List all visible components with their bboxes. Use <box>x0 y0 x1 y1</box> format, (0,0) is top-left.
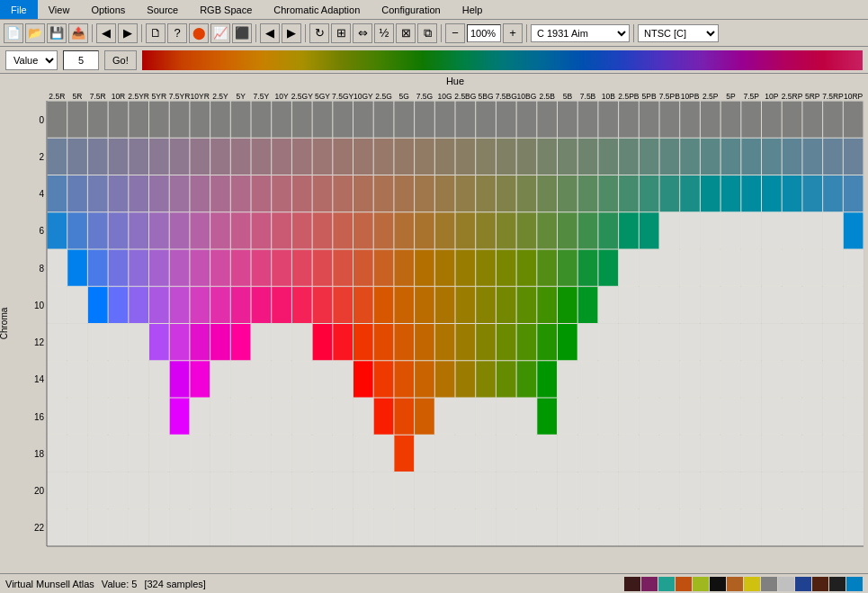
sep1 <box>92 24 93 42</box>
prev-button[interactable]: ◀ <box>260 23 280 43</box>
sep3 <box>255 24 256 42</box>
swatch-row <box>624 577 863 591</box>
layers-button[interactable]: ⧉ <box>417 23 437 43</box>
graph-button[interactable]: 📈 <box>210 23 230 43</box>
color-button[interactable]: ⬤ <box>189 23 209 43</box>
swatch-12 <box>812 577 828 591</box>
grid-button[interactable]: ⊞ <box>331 23 351 43</box>
color-strip <box>142 50 863 70</box>
menu-configuration[interactable]: Configuration <box>371 0 451 19</box>
save-button[interactable]: 💾 <box>47 23 67 43</box>
plus-button[interactable]: + <box>503 23 523 43</box>
menu-source[interactable]: Source <box>136 0 189 19</box>
aim-select[interactable]: C 1931 Aim <box>531 24 630 42</box>
swatch-1 <box>624 577 640 591</box>
value-select[interactable]: Value <box>5 50 58 70</box>
app-name: Virtual Munsell Atlas <box>5 579 94 589</box>
swatch-2 <box>641 577 658 591</box>
menu-rgb-space[interactable]: RGB Space <box>189 0 263 19</box>
sep4 <box>305 24 306 42</box>
next-button[interactable]: ▶ <box>282 23 301 43</box>
square-button[interactable]: ⬛ <box>232 23 252 43</box>
zoom-input[interactable] <box>467 24 501 42</box>
go-button[interactable]: Go! <box>104 50 137 70</box>
menu-options[interactable]: Options <box>80 0 136 19</box>
swatch-9 <box>761 577 777 591</box>
swatch-11 <box>795 577 811 591</box>
swatch-7 <box>727 577 743 591</box>
sep5 <box>441 24 442 42</box>
menu-bar: File View Options Source RGB Space Chrom… <box>0 0 868 20</box>
ntsc-select[interactable]: NTSC [C] <box>638 24 719 42</box>
swatch-14 <box>846 577 863 591</box>
new-button[interactable]: 📄 <box>4 23 23 43</box>
open-button[interactable]: 📂 <box>25 23 45 43</box>
value-info: Value: 5 <box>102 579 138 589</box>
menu-view[interactable]: View <box>38 0 81 19</box>
menu-chromatic[interactable]: Chromatic Adaption <box>263 0 371 19</box>
menu-help[interactable]: Help <box>452 0 494 19</box>
swatch-10 <box>778 577 794 591</box>
sep2 <box>141 24 142 42</box>
menu-file[interactable]: File <box>0 0 38 19</box>
back-button[interactable]: ◀ <box>96 23 116 43</box>
minus-button[interactable]: − <box>445 23 465 43</box>
swap-button[interactable]: ⇔ <box>353 23 372 43</box>
munsell-chart <box>0 74 868 555</box>
swatch-6 <box>710 577 726 591</box>
swatch-4 <box>676 577 692 591</box>
chart-wrapper <box>0 74 868 573</box>
rotate-button[interactable]: ↻ <box>309 23 329 43</box>
swatch-5 <box>693 577 709 591</box>
value-input[interactable] <box>63 50 99 70</box>
value-bar: Value Go! <box>0 47 868 74</box>
info-button[interactable]: ? <box>167 23 187 43</box>
swatch-13 <box>829 577 846 591</box>
forward-button[interactable]: ▶ <box>118 23 138 43</box>
half-button[interactable]: ½ <box>374 23 394 43</box>
sep6 <box>526 24 527 42</box>
page-button[interactable]: 🗋 <box>146 23 166 43</box>
samples-count: [324 samples] <box>144 579 205 589</box>
swatch-3 <box>658 577 675 591</box>
export-button[interactable]: 📤 <box>68 23 88 43</box>
status-bar: Virtual Munsell Atlas Value: 5 [324 samp… <box>0 573 868 593</box>
sep7 <box>633 24 634 42</box>
expand-button[interactable]: ⊠ <box>396 23 416 43</box>
swatch-8 <box>744 577 760 591</box>
toolbar: 📄 📂 💾 📤 ◀ ▶ 🗋 ? ⬤ 📈 ⬛ ◀ ▶ ↻ ⊞ ⇔ ½ ⊠ ⧉ − … <box>0 20 868 47</box>
